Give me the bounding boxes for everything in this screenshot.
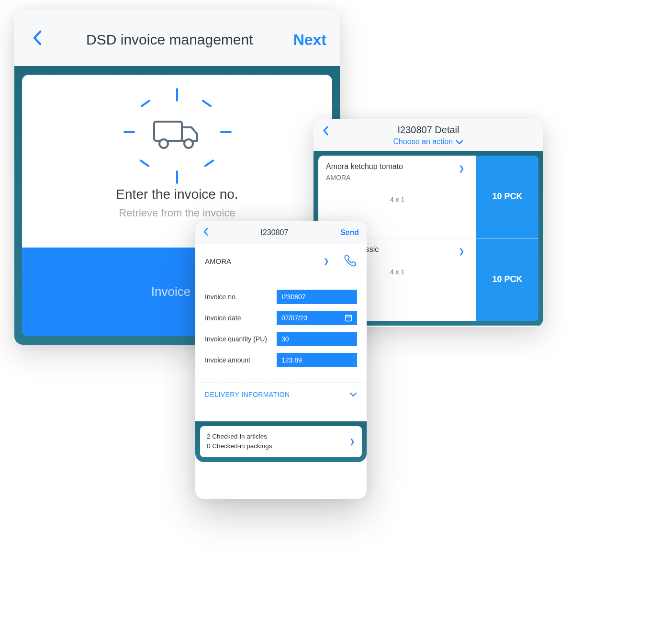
footer: 2 Checked-in articles 0 Checked-in packi…: [195, 421, 367, 462]
calendar-icon: [345, 314, 352, 322]
invoice-amount-label: Invoice amount: [205, 356, 272, 364]
back-button[interactable]: [28, 30, 46, 50]
invoice-qty-input[interactable]: 30: [277, 332, 357, 346]
checkedin-packings: 0 Checked-in packings: [207, 441, 272, 451]
supplier-row[interactable]: AMORA ❯: [195, 244, 367, 278]
form-fields: Invoice no. I230807 Invoice date 07/07/2…: [195, 278, 367, 383]
invoice-no-input[interactable]: I230807: [277, 290, 357, 304]
back-button[interactable]: [203, 227, 209, 238]
prompt-heading: Enter the invoice no.: [22, 187, 332, 202]
chevron-right-icon: ❯: [349, 438, 355, 445]
choose-action-dropdown[interactable]: Choose an action: [322, 137, 535, 146]
item-pack: 4 x 1: [326, 196, 469, 203]
field-row: Invoice no. I230807: [205, 290, 357, 304]
chevron-down-icon: [349, 392, 357, 397]
chevron-left-icon: [32, 30, 42, 46]
delivery-info-section[interactable]: DELIVERY INFORMATION: [195, 383, 367, 406]
invoice-date-input[interactable]: 07/07/23: [277, 311, 357, 325]
phone-icon[interactable]: [343, 254, 357, 268]
back-button[interactable]: [322, 125, 329, 139]
illustration: [22, 75, 332, 184]
invoice-date-label: Invoice date: [205, 314, 272, 322]
item-name: Amora ketchup tomato: [326, 162, 469, 171]
chevron-down-icon: [456, 140, 463, 145]
item-qty: 10 PCK: [476, 238, 538, 321]
page-title: I230807: [261, 228, 289, 237]
chevron-left-icon: [322, 125, 329, 136]
send-button[interactable]: Send: [340, 228, 359, 237]
invoice-form-screen: I230807 Send AMORA ❯ Invoice no. I230807…: [195, 221, 367, 499]
section-label: DELIVERY INFORMATION: [205, 391, 290, 398]
svg-point-2: [184, 139, 193, 148]
header: I230807 Send: [195, 221, 367, 244]
chevron-right-icon: ❯: [459, 247, 465, 256]
chevron-left-icon: [203, 227, 209, 236]
invoice-no-label: Invoice no.: [205, 293, 272, 301]
invoice-amount-input[interactable]: 123.89: [277, 353, 357, 367]
truck-icon: [153, 118, 201, 151]
chevron-right-icon: ❯: [459, 164, 465, 173]
page-title: I230807 Detail: [322, 124, 535, 135]
page-title: DSD invoice management: [46, 31, 293, 49]
field-row: Invoice quantity (PU) 30: [205, 332, 357, 346]
field-row: Invoice date 07/07/23: [205, 311, 357, 325]
checkin-summary[interactable]: 2 Checked-in articles 0 Checked-in packi…: [200, 426, 362, 457]
svg-rect-0: [154, 122, 182, 141]
chevron-right-icon: ❯: [324, 257, 329, 265]
body: AMORA ❯ Invoice no. I230807 Invoice date…: [195, 244, 367, 462]
item-qty: 10 PCK: [476, 156, 538, 238]
svg-point-1: [159, 139, 168, 148]
next-button[interactable]: Next: [293, 31, 326, 49]
header: DSD invoice management Next: [14, 10, 340, 66]
header: I230807 Detail Choose an action: [314, 119, 543, 151]
invoice-qty-label: Invoice quantity (PU): [205, 335, 272, 343]
prompt-sub: Retrieve from the invoice: [22, 207, 332, 219]
svg-rect-3: [346, 316, 352, 321]
supplier-name: AMORA: [205, 257, 324, 265]
prompt: Enter the invoice no. Retrieve from the …: [22, 187, 332, 219]
item-brand: AMORA: [326, 174, 469, 181]
field-row: Invoice amount 123.89: [205, 353, 357, 367]
checkedin-articles: 2 Checked-in articles: [207, 432, 272, 441]
